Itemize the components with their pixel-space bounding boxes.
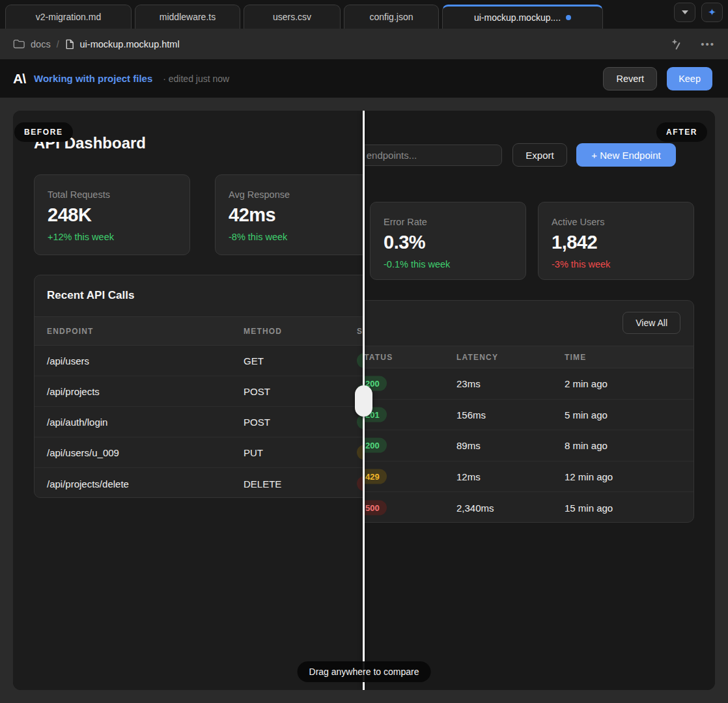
stat-label: Active Users (552, 217, 680, 227)
latency-cell: 156ms (456, 409, 486, 420)
stat-value: 1,842 (552, 232, 680, 253)
stat-label: Avg Response (229, 189, 357, 200)
method-cell: POST (244, 417, 270, 428)
method-cell: GET (244, 355, 264, 366)
endpoint-cell: /api/users (47, 355, 89, 366)
page-title: Working with project files (34, 73, 152, 84)
column-header-method: METHOD (244, 327, 282, 336)
column-header-endpoint: ENDPOINT (47, 327, 94, 336)
table-row[interactable]: 201 156ms 5 min ago (363, 400, 693, 431)
tab-v2-migration[interactable]: v2-migration.md (5, 5, 132, 29)
status-badge: 500 (363, 501, 387, 516)
stat-delta: -0.1% this week (384, 259, 512, 269)
table-row[interactable]: 500 2,340ms 15 min ago (363, 492, 693, 523)
time-cell: 5 min ago (565, 409, 608, 420)
tab-label: ui-mockup.mockup.... (474, 12, 561, 23)
time-cell: 2 min ago (565, 378, 608, 389)
table-row[interactable]: 200 89ms 8 min ago (363, 430, 693, 462)
stat-delta: -3% this week (552, 259, 680, 269)
keep-button[interactable]: Keep (667, 67, 712, 90)
breadcrumb-actions: ••• (670, 38, 715, 50)
method-cell: PUT (244, 447, 263, 458)
edited-status: · edited just now (163, 74, 229, 84)
revert-button[interactable]: Revert (603, 67, 657, 90)
table-body: /api/users GET 200 /api/projects POST 20… (35, 346, 363, 499)
table-row[interactable]: 200 23ms 2 min ago (363, 368, 693, 400)
after-badge: AFTER (656, 122, 707, 142)
file-icon (65, 39, 74, 49)
tab-label: middleware.ts (160, 12, 216, 22)
tab-bar: v2-migration.md middleware.ts users.csv … (0, 0, 728, 29)
tab-ui-mockup[interactable]: ui-mockup.mockup.... (442, 5, 603, 29)
column-header-time: TIME (565, 353, 586, 362)
stat-label: Total Requests (48, 189, 176, 200)
column-header-latency: LATENCY (456, 353, 498, 362)
time-cell: 15 min ago (565, 503, 613, 514)
tab-bar-actions: ✦ (674, 0, 723, 29)
status-badge: 200 (363, 438, 387, 453)
table-row[interactable]: /api/users GET 200 (35, 346, 363, 376)
table-row[interactable]: /api/projects/delete DELETE 500 (35, 468, 363, 499)
endpoint-cell: /api/projects (47, 386, 100, 397)
compare-slider-handle[interactable] (355, 385, 372, 417)
breadcrumb-file: ui-mockup.mockup.html (80, 39, 180, 49)
compare-container[interactable]: BEFORE API Dashboard Total Requests 248K… (13, 111, 715, 690)
stat-card-total-requests: Total Requests 248K +12% this week (34, 174, 190, 255)
stat-value: 0.3% (384, 232, 512, 253)
drag-tooltip: Drag anywhere to compare (298, 661, 431, 682)
table-row[interactable]: 429 12ms 12 min ago (363, 462, 693, 493)
unsaved-dot-icon (566, 15, 571, 20)
recent-api-calls-card-after: View All STATUS LATENCY TIME 200 23ms 2 … (363, 300, 694, 523)
column-header-status: STATUS (363, 353, 393, 362)
tab-list-dropdown-button[interactable] (674, 3, 695, 22)
before-panel: BEFORE API Dashboard Total Requests 248K… (13, 111, 363, 690)
sparkle-icon: ✦ (708, 7, 716, 18)
folder-icon (13, 39, 25, 49)
tab-middleware[interactable]: middleware.ts (135, 5, 240, 29)
anthropic-logo: A\ (13, 71, 25, 87)
stat-value: 42ms (229, 204, 357, 226)
latency-cell: 89ms (456, 440, 481, 451)
header-actions: Revert Keep (603, 67, 712, 90)
table-row[interactable]: /api/users/u_009 PUT 429 (35, 437, 363, 468)
time-cell: 12 min ago (565, 471, 613, 482)
tab-users-csv[interactable]: users.csv (244, 5, 341, 29)
stat-delta: +12% this week (48, 232, 176, 242)
breadcrumb: docs / ui-mockup.mockup.html ••• (0, 29, 728, 59)
ai-sparkle-button[interactable]: ✦ (701, 3, 723, 22)
view-all-button[interactable]: View All (623, 312, 680, 334)
endpoint-cell: /api/projects/delete (47, 478, 129, 489)
export-button[interactable]: Export (512, 143, 567, 167)
stat-value: 248K (48, 204, 176, 226)
tab-label: users.csv (273, 12, 311, 22)
endpoint-cell: /api/auth/login (47, 417, 107, 428)
stat-label: Error Rate (384, 217, 512, 227)
table-header: STATUS LATENCY TIME (363, 346, 693, 368)
method-cell: DELETE (244, 478, 281, 489)
search-input[interactable] (363, 145, 502, 166)
before-badge: BEFORE (14, 122, 73, 142)
breadcrumb-folder[interactable]: docs (31, 39, 51, 49)
table-row[interactable]: /api/auth/login POST 200 (35, 407, 363, 437)
breadcrumb-separator: / (57, 39, 59, 49)
chevron-down-icon (682, 10, 688, 14)
more-options-icon[interactable]: ••• (701, 38, 715, 49)
table-body: 200 23ms 2 min ago 201 156ms 5 min ago 2… (363, 368, 693, 523)
stat-card-avg-response: Avg Response 42ms -8% this week (215, 174, 363, 255)
recent-api-calls-card: Recent API Calls ENDPOINT METHOD STATUS … (34, 275, 363, 498)
latency-cell: 2,340ms (456, 503, 494, 514)
table-row[interactable]: /api/projects POST 201 (35, 376, 363, 407)
app-header: A\ Working with project files · edited j… (0, 59, 728, 98)
status-badge: 429 (363, 469, 387, 484)
latency-cell: 12ms (456, 471, 481, 482)
stat-card-error-rate: Error Rate 0.3% -0.1% this week (370, 202, 526, 280)
stat-card-active-users: Active Users 1,842 -3% this week (538, 202, 694, 280)
ai-edit-icon[interactable] (670, 38, 682, 50)
table-header: ENDPOINT METHOD STATUS (35, 316, 363, 346)
new-endpoint-button[interactable]: + New Endpoint (576, 143, 676, 167)
table-title: Recent API Calls (47, 289, 134, 302)
tab-label: v2-migration.md (36, 12, 101, 22)
tab-config-json[interactable]: config.json (344, 5, 439, 29)
time-cell: 8 min ago (565, 440, 608, 451)
method-cell: POST (244, 386, 270, 397)
